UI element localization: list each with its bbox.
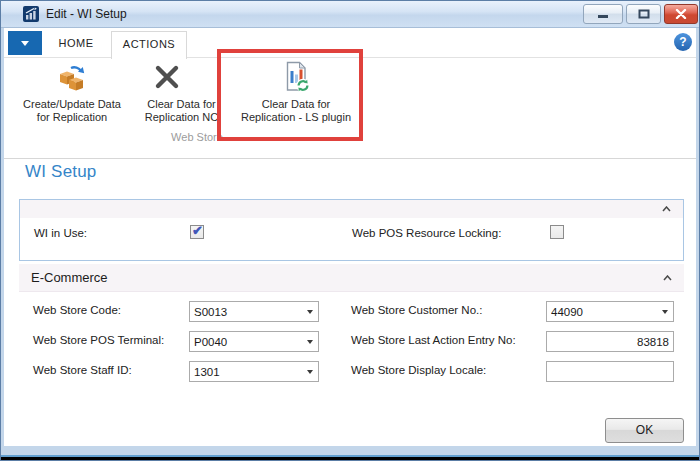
dropdown-arrow-icon[interactable] <box>662 310 668 314</box>
action-label-line2: Replication NC <box>135 111 228 124</box>
minimize-icon <box>597 9 609 19</box>
web-store-last-action-entry-no-label: Web Store Last Action Entry No: <box>351 334 516 346</box>
web-store-code-combo <box>189 301 319 322</box>
general-fasttab-header[interactable] <box>20 200 683 218</box>
ribbon-divider <box>4 158 696 159</box>
window: Edit - WI Setup HOME ACTIONS ? <box>0 0 700 461</box>
web-store-staff-id-combo <box>189 361 319 382</box>
web-store-code-input[interactable] <box>189 301 319 322</box>
web-store-staff-id-input[interactable] <box>189 361 319 382</box>
document-refresh-icon <box>280 61 312 93</box>
web-store-display-locale-input[interactable] <box>546 361 674 382</box>
web-store-pos-terminal-label: Web Store POS Terminal: <box>33 334 164 346</box>
collapse-chevron-icon[interactable] <box>663 275 672 281</box>
chevron-down-icon <box>21 41 29 46</box>
web-store-customer-no-input[interactable] <box>546 301 674 322</box>
action-label-line1: Clear Data for <box>135 98 228 111</box>
ribbon-group-label: Web Store <box>145 131 249 143</box>
app-menu-button[interactable] <box>8 31 42 55</box>
close-button[interactable] <box>664 4 698 24</box>
help-button[interactable]: ? <box>674 33 692 51</box>
web-store-code-label: Web Store Code: <box>33 304 121 316</box>
tab-actions[interactable]: ACTIONS <box>111 31 187 59</box>
replication-boxes-icon <box>56 61 88 93</box>
web-store-pos-terminal-combo <box>189 331 319 352</box>
maximize-icon <box>638 9 650 19</box>
wi-in-use-checkbox[interactable]: ✔ <box>190 225 204 239</box>
action-label-line1: Create/Update Data <box>5 98 139 111</box>
screen-edge-bar <box>1 457 699 460</box>
window-title: Edit - WI Setup <box>46 1 127 27</box>
tab-divider <box>4 57 696 58</box>
web-store-customer-no-combo <box>546 301 674 322</box>
dropdown-arrow-icon[interactable] <box>307 370 313 374</box>
ecommerce-header-label: E-Commerce <box>31 264 108 292</box>
ecommerce-fasttab-header[interactable]: E-Commerce <box>19 264 684 292</box>
window-border-bottom <box>1 446 699 455</box>
window-border-left <box>1 28 4 455</box>
web-pos-resource-locking-checkbox[interactable] <box>550 225 564 239</box>
maximize-button[interactable] <box>626 4 661 24</box>
checkmark-icon: ✔ <box>192 223 203 238</box>
tab-home[interactable]: HOME <box>45 30 107 57</box>
wi-in-use-label: WI in Use: <box>34 227 87 239</box>
web-store-display-locale-label: Web Store Display Locale: <box>351 364 486 376</box>
collapse-chevron-icon[interactable] <box>662 206 671 212</box>
ribbon: Create/Update Data for Replication Clear… <box>1 58 699 158</box>
action-label-line2: for Replication <box>5 111 139 124</box>
close-icon <box>675 9 687 19</box>
dropdown-arrow-icon[interactable] <box>307 310 313 314</box>
action-label-line1: Clear Data for <box>225 98 367 111</box>
web-store-last-action-entry-no-input[interactable] <box>546 331 674 352</box>
page-title: WI Setup <box>25 162 97 182</box>
web-pos-resource-locking-label: Web POS Resource Locking: <box>352 227 501 239</box>
clear-data-ls-plugin-button[interactable]: Clear Data for Replication - LS plugin <box>225 61 367 123</box>
web-store-customer-no-label: Web Store Customer No.: <box>351 304 482 316</box>
app-icon <box>23 6 39 22</box>
web-store-staff-id-label: Web Store Staff ID: <box>33 364 132 376</box>
clear-x-icon <box>151 61 183 93</box>
action-label-line2: Replication - LS plugin <box>225 111 367 124</box>
dropdown-arrow-icon[interactable] <box>307 340 313 344</box>
titlebar[interactable]: Edit - WI Setup <box>1 1 699 28</box>
general-fasttab: WI in Use: ✔ Web POS Resource Locking: <box>19 199 684 261</box>
create-update-data-button[interactable]: Create/Update Data for Replication <box>5 61 139 123</box>
ok-button[interactable]: OK <box>605 418 684 443</box>
web-store-pos-terminal-input[interactable] <box>189 331 319 352</box>
window-border-right <box>696 28 699 455</box>
minimize-button[interactable] <box>583 4 623 24</box>
clear-data-nav-button[interactable]: Clear Data for Replication NC <box>135 61 228 123</box>
